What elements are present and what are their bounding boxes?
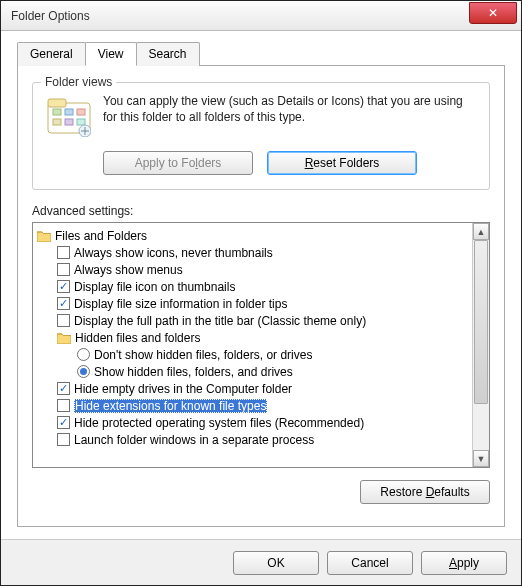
tree-item[interactable]: Show hidden files, folders, and drives xyxy=(35,363,470,380)
tab-search[interactable]: Search xyxy=(136,42,200,66)
scroll-up-button[interactable]: ▲ xyxy=(473,223,489,240)
tree-item[interactable]: Hide protected operating system files (R… xyxy=(35,414,470,431)
tab-general[interactable]: General xyxy=(17,42,86,66)
tab-strip: General View Search xyxy=(17,42,505,66)
folder-views-legend: Folder views xyxy=(41,75,116,89)
apply-label: Apply xyxy=(449,556,479,570)
checkbox[interactable] xyxy=(57,416,70,429)
svg-rect-2 xyxy=(53,109,61,115)
checkbox[interactable] xyxy=(57,246,70,259)
restore-defaults-button[interactable]: Restore Defaults xyxy=(360,480,490,504)
svg-rect-4 xyxy=(77,109,85,115)
checkbox[interactable] xyxy=(57,297,70,310)
apply-button[interactable]: Apply xyxy=(421,551,507,575)
folder-views-group: Folder views xyxy=(32,82,490,190)
tree-root[interactable]: Files and Folders xyxy=(35,227,470,244)
tree-item[interactable]: Display file icon on thumbnails xyxy=(35,278,470,295)
scroll-down-button[interactable]: ▼ xyxy=(473,450,489,467)
titlebar: Folder Options ✕ xyxy=(1,1,521,31)
advanced-settings-tree: Files and FoldersAlways show icons, neve… xyxy=(32,222,490,468)
tree-item-label: Launch folder windows in a separate proc… xyxy=(74,433,314,447)
checkbox[interactable] xyxy=(57,280,70,293)
tree-item[interactable]: Don't show hidden files, folders, or dri… xyxy=(35,346,470,363)
tree-item-label: Display file icon on thumbnails xyxy=(74,280,235,294)
checkbox[interactable] xyxy=(57,399,70,412)
tree-item[interactable]: Hide extensions for known file types xyxy=(35,397,470,414)
tree-item-label: Hide extensions for known file types xyxy=(74,399,267,413)
reset-folders-button[interactable]: Reset Folders xyxy=(267,151,417,175)
tree-root-label: Files and Folders xyxy=(55,229,147,243)
tab-general-label: General xyxy=(30,47,73,61)
tree-item-label: Hide protected operating system files (R… xyxy=(74,416,364,430)
folder-icon xyxy=(57,332,71,344)
tree-item-label: Always show icons, never thumbnails xyxy=(74,246,273,260)
dialog-footer: OK Cancel Apply xyxy=(1,539,521,585)
window-title: Folder Options xyxy=(1,9,469,23)
checkbox[interactable] xyxy=(57,314,70,327)
close-button[interactable]: ✕ xyxy=(469,2,517,24)
svg-rect-6 xyxy=(65,119,73,125)
scroll-track[interactable] xyxy=(473,240,489,450)
cancel-label: Cancel xyxy=(351,556,388,570)
tree-item[interactable]: Always show menus xyxy=(35,261,470,278)
ok-button[interactable]: OK xyxy=(233,551,319,575)
tab-view-label: View xyxy=(98,47,124,61)
scrollbar[interactable]: ▲ ▼ xyxy=(472,223,489,467)
checkbox[interactable] xyxy=(57,382,70,395)
tree-item-label: Always show menus xyxy=(74,263,183,277)
apply-to-folders-label: Apply to Folders xyxy=(135,156,222,170)
folder-views-desc: You can apply the view (such as Details … xyxy=(103,93,477,141)
client-area: General View Search Folder views xyxy=(1,31,521,539)
tree-item-label: Display file size information in folder … xyxy=(74,297,287,311)
svg-rect-5 xyxy=(53,119,61,125)
tree-viewport[interactable]: Files and FoldersAlways show icons, neve… xyxy=(33,223,472,467)
tree-item[interactable]: Launch folder windows in a separate proc… xyxy=(35,431,470,448)
tab-page-view: Folder views xyxy=(17,65,505,527)
close-icon: ✕ xyxy=(488,6,498,20)
tree-item[interactable]: Always show icons, never thumbnails xyxy=(35,244,470,261)
folder-views-icon xyxy=(45,93,93,141)
reset-folders-label: Reset Folders xyxy=(305,156,380,170)
svg-rect-1 xyxy=(48,99,66,107)
folder-options-window: Folder Options ✕ General View Search Fol… xyxy=(0,0,522,586)
tree-item[interactable]: Hide empty drives in the Computer folder xyxy=(35,380,470,397)
checkbox[interactable] xyxy=(57,263,70,276)
tree-item[interactable]: Display file size information in folder … xyxy=(35,295,470,312)
tree-item-label: Don't show hidden files, folders, or dri… xyxy=(94,348,312,362)
checkbox[interactable] xyxy=(57,433,70,446)
folder-icon xyxy=(37,230,51,242)
ok-label: OK xyxy=(267,556,284,570)
scroll-thumb[interactable] xyxy=(474,240,488,404)
cancel-button[interactable]: Cancel xyxy=(327,551,413,575)
tree-item-label: Display the full path in the title bar (… xyxy=(74,314,366,328)
tree-item[interactable]: Display the full path in the title bar (… xyxy=(35,312,470,329)
tree-item-label: Hide empty drives in the Computer folder xyxy=(74,382,292,396)
apply-to-folders-button[interactable]: Apply to Folders xyxy=(103,151,253,175)
tree-item-label: Hidden files and folders xyxy=(75,331,200,345)
tab-search-label: Search xyxy=(149,47,187,61)
restore-defaults-label: Restore Defaults xyxy=(380,485,469,499)
svg-rect-3 xyxy=(65,109,73,115)
radio[interactable] xyxy=(77,348,90,361)
radio[interactable] xyxy=(77,365,90,378)
svg-rect-7 xyxy=(77,119,85,125)
advanced-settings-label: Advanced settings: xyxy=(32,204,490,218)
tree-item[interactable]: Hidden files and folders xyxy=(35,329,470,346)
tree-item-label: Show hidden files, folders, and drives xyxy=(94,365,293,379)
tab-view[interactable]: View xyxy=(85,42,137,66)
